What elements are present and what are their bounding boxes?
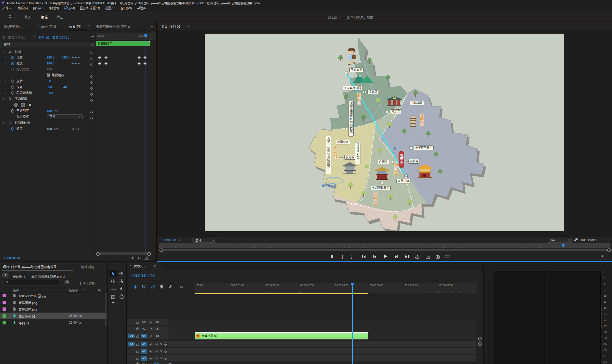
mixer-value[interactable]: 0.0 (154, 362, 159, 364)
keyframe-toggle-icon[interactable]: ⋈ (169, 362, 172, 364)
tab-lumetri-scopes[interactable]: Lumetri 范围 (38, 24, 56, 29)
track-lane-v3[interactable] (168, 319, 476, 325)
label-color-chip[interactable] (3, 321, 6, 324)
program-playhead-nub[interactable] (562, 244, 565, 248)
track-chip[interactable]: A1 (141, 342, 147, 346)
tab-effect-controls[interactable]: 效果控件 (69, 24, 82, 29)
ec-playhead[interactable] (146, 34, 146, 252)
antiflicker-value[interactable]: 0.00 (47, 90, 53, 96)
navigate-up-icon[interactable] (2, 273, 8, 278)
export-frame-icon[interactable] (145, 256, 149, 260)
breadcrumb[interactable]: 综合练习——综艺地图游走效果.prproj (13, 274, 65, 278)
ec-row-opacity[interactable]: › 不透明度 100.0 % (0, 108, 96, 114)
ec-row-motion[interactable]: ∨fx 运动 (0, 49, 96, 55)
tab-media-browser[interactable]: 媒体浏览 (81, 265, 94, 269)
ec-hscrollbar[interactable] (96, 252, 150, 255)
step-back-icon[interactable] (373, 254, 377, 259)
pen-tool[interactable] (120, 287, 123, 291)
menu-item[interactable]: 剪辑(C) (33, 6, 44, 10)
sync-lock-icon[interactable] (149, 334, 153, 338)
project-item-row[interactable]: 嵌套序列 0125.00 fps (0, 313, 107, 319)
comparison-view-icon[interactable] (445, 254, 449, 259)
panel-menu-icon[interactable]: ≡ (88, 24, 90, 28)
program-timecode[interactable]: 00:00:04:13 (163, 238, 180, 242)
track-chip[interactable]: A2 (141, 349, 147, 354)
menu-item[interactable]: 视图(V) (105, 6, 116, 10)
position-x[interactable]: 960.0 (47, 55, 55, 60)
tab-timeline-sequence[interactable]: 序列 01 (134, 264, 145, 269)
track-output-eye-icon[interactable] (155, 335, 159, 338)
ec-clip-bar[interactable]: 嵌套序列 01 (96, 41, 150, 46)
track-header-v3[interactable]: V3 (127, 319, 168, 325)
workspace-tab-import[interactable]: 导入 (24, 14, 31, 20)
solo-button[interactable]: S (160, 350, 162, 353)
tab-program-monitor[interactable]: 节目: 序列 01 (161, 24, 180, 29)
menu-item[interactable]: 标记(M) (64, 6, 75, 10)
timeline-playhead-line[interactable] (352, 283, 353, 364)
ec-next-icon[interactable]: ▶ (92, 35, 94, 38)
item-name[interactable]: 直线路径.png (19, 307, 37, 312)
ec-mini-ruler[interactable]: :00:00 00:00 (96, 33, 156, 40)
track-header-v1[interactable]: V1V1 (127, 332, 168, 339)
item-name[interactable]: 1080X1920公园.jpg (19, 294, 46, 298)
ec-timecode[interactable]: 00:00:04:13 (3, 256, 20, 260)
find-icon[interactable] (64, 280, 70, 284)
menu-item[interactable]: 帮助(H) (137, 6, 147, 10)
keyframe-diamond[interactable] (98, 62, 101, 65)
project-item-row[interactable]: 1080X1920公园.jpg (0, 292, 107, 299)
play-audio-icon[interactable]: ▶♪ (138, 256, 142, 260)
ec-row-opacity-group[interactable]: ∨fx 不透明度 (0, 96, 96, 102)
track-header-a3[interactable]: A3MS (127, 355, 168, 361)
mute-button[interactable]: M (155, 343, 158, 346)
item-name[interactable]: 走路图标.png (19, 300, 37, 305)
scroll-knob[interactable] (478, 337, 482, 341)
ec-row-antiflicker[interactable]: › 防闪烁滤镜 0.00 (0, 90, 96, 96)
track-chip[interactable]: A3 (141, 356, 147, 361)
track-header-mixer[interactable]: 混合0.0⋈ (127, 363, 168, 364)
project-item-row[interactable]: 直线路径.png (0, 306, 107, 313)
settings-wrench-icon[interactable] (574, 238, 578, 242)
track-chip[interactable]: V1 (141, 334, 147, 338)
sync-lock-icon[interactable] (149, 327, 153, 331)
track-header-a2[interactable]: A2MS (127, 348, 168, 354)
project-scrollbar[interactable] (105, 292, 107, 326)
program-seek-ruler[interactable] (159, 243, 610, 248)
speed-value[interactable]: 100.00% (47, 126, 59, 132)
menu-item[interactable]: 序列(S) (49, 6, 59, 10)
rectangle-tool[interactable] (111, 295, 115, 299)
ec-row-time-remap[interactable]: ∨fx 时间重映射 (0, 120, 96, 126)
export-frame-icon[interactable] (436, 254, 440, 259)
opacity-value[interactable]: 100.0 % (47, 108, 58, 114)
project-item-row[interactable]: 走路图标.png (0, 299, 107, 306)
track-header-v2[interactable]: V2 (127, 326, 168, 332)
ec-row-scale[interactable]: › 缩放 100.0 ◀◆▶ (0, 60, 96, 66)
mic-icon[interactable] (164, 343, 167, 347)
track-chip[interactable]: V3 (141, 320, 147, 324)
track-lane-a1[interactable] (168, 341, 476, 347)
lock-icon[interactable] (136, 362, 139, 364)
sync-lock-icon[interactable] (149, 350, 153, 354)
ec-target-clip-tab[interactable]: 序列 01 · 嵌套序列 01 (39, 35, 69, 40)
label-color-chip[interactable] (3, 314, 6, 318)
sync-lock-icon[interactable] (149, 320, 153, 324)
position-y[interactable]: 540.0 (62, 55, 70, 60)
hand-tool[interactable] (119, 294, 124, 299)
track-output-eye-icon[interactable] (155, 327, 159, 331)
keyframe-diamond[interactable] (104, 56, 107, 59)
scroll-knob[interactable] (159, 248, 163, 252)
add-marker-icon[interactable] (330, 254, 334, 259)
track-lane-a3[interactable] (168, 355, 476, 361)
chevron-down-icon[interactable]: ∨ (34, 35, 36, 38)
scroll-knob[interactable] (147, 252, 151, 256)
item-name[interactable]: 序列 01 (19, 321, 29, 325)
scroll-knob[interactable] (607, 248, 611, 252)
lock-icon[interactable] (136, 350, 139, 354)
ec-row-uniform-scale[interactable]: ✓ 等比缩放 (0, 72, 96, 78)
scale-value[interactable]: 100.0 (47, 60, 55, 66)
ec-row-speed[interactable]: › 速度 100.00% ◀◇▶ (0, 126, 96, 132)
project-list-header[interactable]: 名称 帧速率 ∧ 媒 (0, 287, 107, 292)
label-color-chip[interactable] (3, 301, 6, 304)
play-button[interactable] (383, 254, 388, 259)
label-color-chip[interactable] (3, 307, 6, 311)
keyframe-diamond[interactable] (137, 62, 140, 65)
